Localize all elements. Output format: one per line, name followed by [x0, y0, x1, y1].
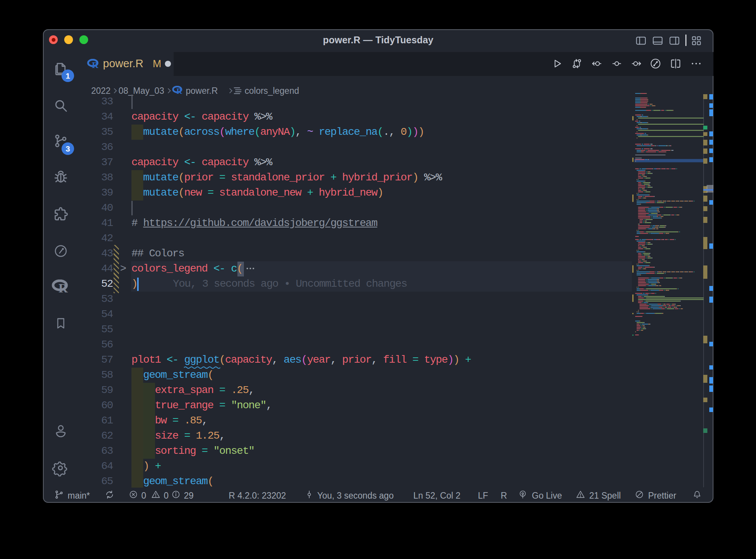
svg-text:R: R [92, 60, 99, 69]
svg-text:R: R [59, 281, 68, 294]
svg-text:R: R [176, 87, 182, 95]
